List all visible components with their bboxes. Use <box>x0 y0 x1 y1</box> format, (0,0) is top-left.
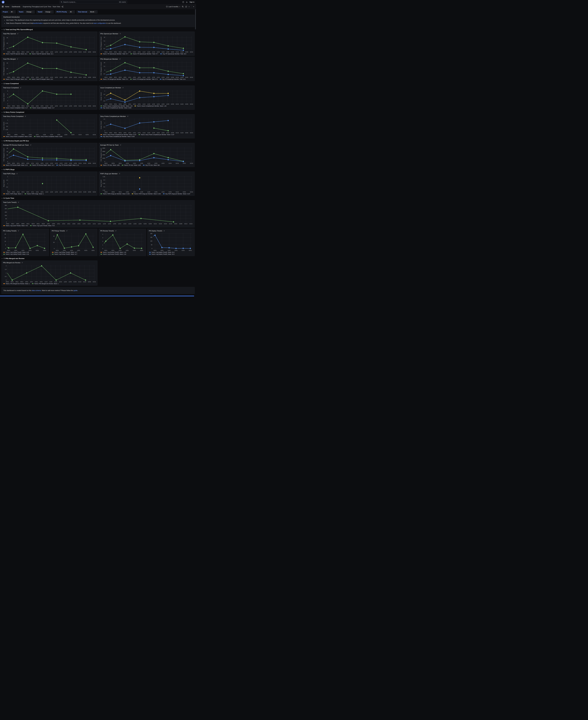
legend-item[interactable]: Team1: PR Size Mean: 1185 <box>101 164 120 166</box>
section-header-5[interactable]: 5. P0/P1 Bugs <box>1 169 195 170</box>
external-link-icon[interactable] <box>120 144 121 146</box>
external-link-icon[interactable] <box>163 230 165 231</box>
section-header-7[interactable]: 7. PRs Merged w/o Review <box>1 258 195 259</box>
legend-item[interactable]: Team2: Avg Deploy Time(h) Mean: 49.4 <box>149 253 193 255</box>
filter-value-dropdown[interactable]: All <box>9 11 16 14</box>
app-logo[interactable] <box>2 1 4 3</box>
external-link-icon[interactable] <box>30 144 31 146</box>
external-link-icon[interactable] <box>115 230 117 231</box>
legend-item[interactable]: Team1: Avg Pickup Time(h) Mean: 14.7 <box>52 251 96 253</box>
legend-item[interactable]: Team1: PRs Merged w/o Review Mean: 1 <box>3 283 30 284</box>
legend-item[interactable]: Team2: Issues Completed Mean: 4.17 <box>30 107 55 108</box>
legend-item[interactable]: Org: PR Merged per Member Total: 18.5 <box>160 79 186 80</box>
help-icon[interactable] <box>182 1 184 3</box>
chart-legend: Team1: Story Points Completed per Member… <box>100 133 193 137</box>
external-link-icon[interactable] <box>122 87 124 88</box>
legend-item[interactable]: Team1: PR Review Depth Mean: 12.3 <box>3 164 28 166</box>
legend-item[interactable]: Team1: Total PR Merged Mean: 15.9 <box>3 79 27 80</box>
section-header-4[interactable]: 4. PR Review Depth and PR Size <box>1 140 195 142</box>
legend-item[interactable]: Team2: P0/P1 Bugs Mean: 1 <box>25 193 44 194</box>
legend-item[interactable]: Team2: Story Points Completed per Member… <box>139 134 174 136</box>
search-input[interactable]: Search or jump to... cmd+k <box>60 0 127 4</box>
legend-item[interactable]: Team2: PR Merged per Member Total: 37.0 <box>130 79 158 80</box>
legend-item[interactable]: Org: P0/P1 Bugs per Member Mean: 0.167 <box>163 193 190 194</box>
svg-text:10/01: 10/01 <box>25 281 28 283</box>
sign-in-link[interactable]: Sign in <box>189 1 194 3</box>
legend-item[interactable]: Team1: P0/P1 Bugs per Member Mean: 0.333 <box>101 193 130 194</box>
legend-item[interactable]: Team1: Issues Completed Mean: 4.17 <box>3 107 28 108</box>
svg-text:09/11: 09/11 <box>17 105 20 107</box>
team-configuration-link[interactable]: team configuration <box>93 22 106 24</box>
legend-item[interactable]: Team1: Avg Deploy Time(h) Mean: 49.4 <box>149 251 193 253</box>
filter-value-dropdown[interactable]: Orange <box>25 11 35 14</box>
svg-text:11/20: 11/20 <box>50 105 53 107</box>
legend-item[interactable]: Team2: PR Review Depth Mean: 12.3 <box>30 164 54 166</box>
legend-item[interactable]: Team1: Avg Review Time(h) Mean: 1.04 <box>101 251 144 253</box>
legend-item[interactable]: Team2: Avg Cycle Time(h) Mean: 70.0 <box>30 225 55 226</box>
menu-icon[interactable] <box>2 6 4 7</box>
external-link-icon[interactable] <box>120 33 121 35</box>
external-link-icon[interactable] <box>127 116 128 117</box>
external-link-icon[interactable] <box>16 173 18 174</box>
legend-item[interactable]: Team2: PRs Merged w/o Review Mean: 1 <box>32 283 59 284</box>
legend-item[interactable]: Org: PR Opened per Member Total: 18.8 <box>160 53 186 55</box>
scrollbar-thumb[interactable] <box>195 9 196 29</box>
legend-item[interactable]: Team2: PR Size Mean: 1185 <box>122 164 141 166</box>
legend-item[interactable]: Team1: PR Merged per Member Total: 37.0 <box>101 79 128 80</box>
data-schema-link[interactable]: data schema <box>32 290 41 291</box>
legend-item[interactable]: Team2: Story Points Completed Mean: 0.50… <box>34 136 62 137</box>
svg-text:01/04: 01/04 <box>169 163 172 164</box>
refresh-icon[interactable] <box>185 6 187 8</box>
legend-item[interactable]: Team2: Avg Review Time(h) Mean: 1.04 <box>101 253 144 255</box>
section-header-3[interactable]: 3. Story Points Completed <box>1 111 195 113</box>
section-header-1[interactable]: 1. Total and Avg PRs Opened/Merged <box>1 29 195 30</box>
legend-item[interactable]: Team2: P0/P1 Bugs per Member Mean: 0.333 <box>132 193 161 194</box>
legend-item[interactable]: Team1: Issues Completed per Member Mean:… <box>101 105 132 107</box>
filter-value-dropdown[interactable]: Month <box>89 11 98 14</box>
external-link-icon[interactable] <box>17 33 18 35</box>
legend-item[interactable]: Team2: Avg Coding Time(h) Mean: 4.36 <box>3 253 47 255</box>
legend-item[interactable]: Team2: Avg Pickup Time(h) Mean: 14.7 <box>52 253 96 255</box>
breadcrumb-home[interactable]: Home <box>5 6 9 7</box>
svg-text:10/21: 10/21 <box>67 223 70 225</box>
refresh-interval-dropdown[interactable] <box>188 6 190 7</box>
external-link-icon[interactable] <box>66 230 67 231</box>
legend-item[interactable]: Team1: PR Opened per Member Total: 37.7 <box>101 53 128 55</box>
transformation-link[interactable]: transformation <box>33 22 43 24</box>
breadcrumb-dashboards[interactable]: Dashboards <box>12 6 20 7</box>
zoom-out-icon[interactable] <box>182 6 184 8</box>
legend-item[interactable]: Team2: Total PR Opened Mean: 16.1 <box>29 53 53 55</box>
collapse-topbar-icon[interactable] <box>193 6 194 7</box>
external-link-icon[interactable] <box>119 58 121 60</box>
section-header-2[interactable]: 2. Issue Completed <box>1 83 195 84</box>
rss-icon[interactable] <box>186 1 188 3</box>
chart-area: 08/2209/0109/1109/2110/0110/1110/2110/31… <box>3 264 96 283</box>
share-icon[interactable] <box>62 6 63 8</box>
section-header-6[interactable]: 6. Cycle Time <box>1 197 195 199</box>
legend-item[interactable]: Team1: P0/P1 Bugs Mean: 1 <box>3 193 22 194</box>
external-link-icon[interactable] <box>18 230 19 231</box>
legend-item[interactable]: Org: Story Points Completed per Member M… <box>101 136 134 137</box>
legend-item[interactable]: Team1: Story Points Completed Mean: 0.50… <box>3 136 32 137</box>
legend-item[interactable]: Team1: Total PR Opened Mean: 16.1 <box>3 53 27 55</box>
external-link-icon[interactable] <box>17 58 18 60</box>
time-range-picker[interactable]: Last 6 months <box>166 6 181 7</box>
legend-item[interactable]: Org: PR Size Mean: 592 <box>143 164 160 166</box>
legend-item[interactable]: Team2: PR Opened per Member Total: 37.7 <box>130 53 158 55</box>
filter-value-dropdown[interactable]: All <box>69 11 75 14</box>
legend-item[interactable]: Team1: Avg Cycle Time(h) Mean: 70.0 <box>3 225 28 226</box>
legend-item[interactable]: Team1: Avg Coding Time(h) Mean: 4.36 <box>3 251 47 253</box>
legend-item[interactable]: Org: Issues Completed per Member Mean: 0… <box>101 107 131 108</box>
legend-item[interactable]: Org: PR Review Depth Mean: 6.14 <box>56 164 79 166</box>
legend-item[interactable]: Team2: Total PR Merged Mean: 15.9 <box>29 79 53 80</box>
svg-text:12/01: 12/01 <box>28 250 32 251</box>
external-link-icon[interactable] <box>21 262 23 263</box>
guide-link[interactable]: guide <box>74 290 78 291</box>
filter-value-dropdown[interactable]: Orange <box>44 11 54 14</box>
external-link-icon[interactable] <box>119 173 120 174</box>
external-link-icon[interactable] <box>18 202 19 203</box>
legend-item[interactable]: Team2: Issues Completed per Member Mean:… <box>134 105 166 107</box>
external-link-icon[interactable] <box>20 87 21 88</box>
legend-item[interactable]: Team1: Story Points Completed per Member… <box>101 134 136 136</box>
external-link-icon[interactable] <box>25 116 26 117</box>
